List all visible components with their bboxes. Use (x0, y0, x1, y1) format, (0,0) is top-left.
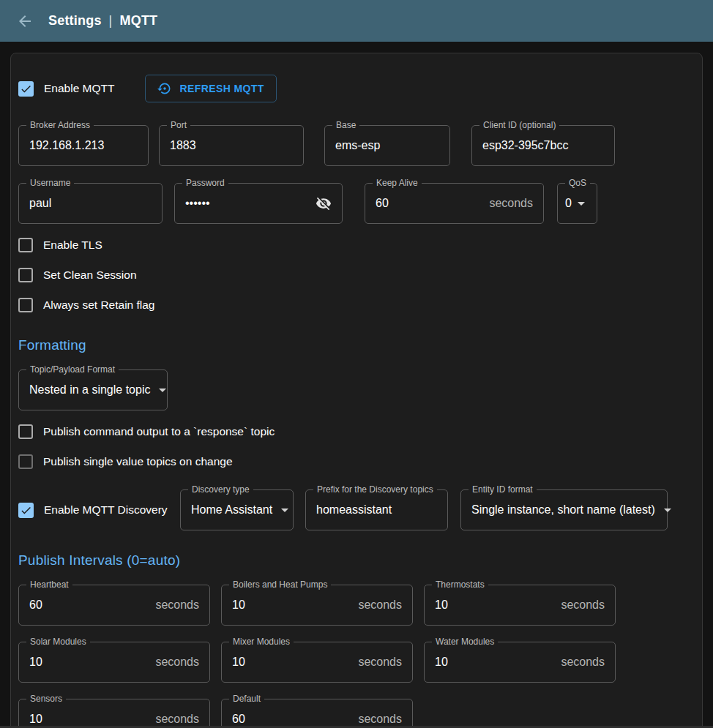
page-title: Settings | MQTT (48, 13, 157, 29)
seconds-suffix: seconds (155, 713, 199, 726)
username-label: Username (26, 178, 74, 188)
enable-mqtt-checkbox[interactable]: Enable MQTT (18, 81, 114, 97)
checkbox-checked-icon (18, 503, 34, 518)
refresh-mqtt-button[interactable]: REFRESH MQTT (145, 75, 276, 102)
keep-alive-suffix: seconds (489, 197, 533, 210)
keep-alive-value: 60 (376, 197, 389, 210)
title-separator: | (109, 13, 113, 29)
publish-single-value-label: Publish single value topics on change (43, 455, 233, 468)
enable-discovery-checkbox[interactable]: Enable MQTT Discovery (18, 503, 180, 518)
checkbox-unchecked-icon (18, 268, 33, 282)
heartbeat-value: 60 (29, 598, 42, 612)
chevron-down-icon (578, 202, 585, 206)
port-value: 1883 (170, 139, 196, 152)
enable-mqtt-label: Enable MQTT (44, 82, 114, 95)
client-id-value: esp32-395c7bcc (482, 139, 568, 152)
publish-response-label: Publish command output to a `response` t… (43, 425, 275, 438)
username-value: paul (29, 197, 51, 210)
base-value: ems-esp (335, 139, 380, 152)
heartbeat-field[interactable]: Heartbeat 60 seconds (18, 585, 210, 626)
solar-modules-value: 10 (29, 656, 42, 669)
username-field[interactable]: Username paul (18, 183, 163, 224)
clean-session-checkbox[interactable]: Set Clean Session (18, 266, 137, 284)
entity-id-format-label: Entity ID format (469, 484, 537, 495)
entity-id-format-select[interactable]: Entity ID format Single instance, short … (460, 489, 668, 530)
seconds-suffix: seconds (561, 656, 605, 669)
sensors-value: 10 (29, 713, 42, 726)
title-settings: Settings (48, 13, 102, 29)
chevron-down-icon (664, 509, 671, 512)
solar-modules-label: Solar Modules (26, 637, 90, 647)
qos-label: QoS (565, 178, 590, 188)
discovery-type-value: Home Assistant (191, 503, 272, 517)
discovery-type-label: Discovery type (188, 484, 253, 495)
default-interval-value: 60 (232, 713, 245, 726)
broker-address-label: Broker Address (26, 120, 94, 130)
solar-modules-field[interactable]: Solar Modules 10 seconds (18, 642, 210, 683)
chevron-down-icon (281, 509, 288, 512)
qos-value: 0 (565, 197, 572, 210)
publish-single-value-checkbox[interactable]: Publish single value topics on change (18, 453, 233, 470)
chevron-down-icon (159, 389, 166, 392)
mixer-modules-label: Mixer Modules (229, 637, 294, 647)
qos-select[interactable]: QoS 0 (557, 183, 597, 224)
toggle-password-visibility-button[interactable] (313, 192, 335, 214)
client-id-field[interactable]: Client ID (optional) esp32-395c7bcc (471, 125, 615, 166)
water-modules-label: Water Modules (432, 637, 498, 647)
base-field[interactable]: Base ems-esp (324, 125, 450, 166)
base-label: Base (332, 120, 359, 130)
checkbox-unchecked-icon (18, 424, 33, 439)
heartbeat-label: Heartbeat (26, 579, 72, 590)
default-interval-field[interactable]: Default 60 seconds (221, 699, 413, 728)
thermostats-label: Thermostats (432, 579, 488, 590)
mixer-modules-value: 10 (232, 656, 245, 669)
broker-address-value: 192.168.1.213 (29, 139, 104, 152)
keep-alive-label: Keep Alive (373, 178, 422, 188)
default-interval-label: Default (229, 694, 264, 704)
mixer-modules-field[interactable]: Mixer Modules 10 seconds (221, 642, 413, 683)
discovery-prefix-field[interactable]: Prefix for the Discovery topics homeassi… (305, 489, 448, 530)
port-label: Port (167, 120, 190, 130)
boilers-value: 10 (232, 598, 245, 612)
retain-flag-label: Always set Retain flag (43, 299, 155, 312)
back-button[interactable] (15, 11, 35, 31)
boilers-label: Boilers and Heat Pumps (229, 579, 331, 590)
seconds-suffix: seconds (358, 713, 402, 726)
checkbox-unchecked-icon (18, 298, 33, 312)
refresh-icon (157, 81, 172, 96)
enable-tls-label: Enable TLS (43, 239, 102, 252)
thermostats-field[interactable]: Thermostats 10 seconds (424, 585, 616, 626)
publish-response-checkbox[interactable]: Publish command output to a `response` t… (18, 423, 275, 440)
seconds-suffix: seconds (561, 598, 605, 612)
entity-id-format-value: Single instance, short name (latest) (471, 503, 655, 517)
title-section: MQTT (120, 13, 158, 29)
password-value: •••••• (185, 197, 210, 210)
discovery-type-select[interactable]: Discovery type Home Assistant (180, 489, 294, 530)
port-field[interactable]: Port 1883 (159, 125, 304, 166)
keep-alive-field[interactable]: Keep Alive 60 seconds (365, 183, 544, 224)
password-field[interactable]: Password •••••• (174, 183, 343, 224)
enable-tls-checkbox[interactable]: Enable TLS (18, 236, 102, 254)
checkbox-unchecked-icon (18, 454, 33, 469)
seconds-suffix: seconds (358, 598, 402, 612)
topic-format-value: Nested in a single topic (29, 383, 150, 397)
water-modules-value: 10 (435, 656, 448, 669)
broker-address-field[interactable]: Broker Address 192.168.1.213 (18, 125, 149, 166)
arrow-back-icon (16, 12, 34, 30)
sensors-label: Sensors (26, 694, 66, 704)
discovery-prefix-label: Prefix for the Discovery topics (313, 484, 437, 495)
boilers-field[interactable]: Boilers and Heat Pumps 10 seconds (221, 585, 413, 626)
seconds-suffix: seconds (358, 656, 402, 669)
settings-card: Enable MQTT REFRESH MQTT Broker Address … (10, 53, 703, 728)
clean-session-label: Set Clean Session (43, 269, 137, 282)
topic-format-select[interactable]: Topic/Payload Format Nested in a single … (18, 369, 168, 410)
discovery-prefix-value: homeassistant (316, 503, 392, 517)
retain-flag-checkbox[interactable]: Always set Retain flag (18, 296, 155, 314)
water-modules-field[interactable]: Water Modules 10 seconds (424, 642, 616, 683)
checkbox-unchecked-icon (18, 238, 33, 252)
sensors-field[interactable]: Sensors 10 seconds (18, 699, 210, 728)
thermostats-value: 10 (435, 598, 448, 612)
eye-off-icon (316, 195, 332, 211)
enable-discovery-label: Enable MQTT Discovery (44, 503, 168, 517)
publish-intervals-heading: Publish Intervals (0=auto) (18, 552, 695, 568)
